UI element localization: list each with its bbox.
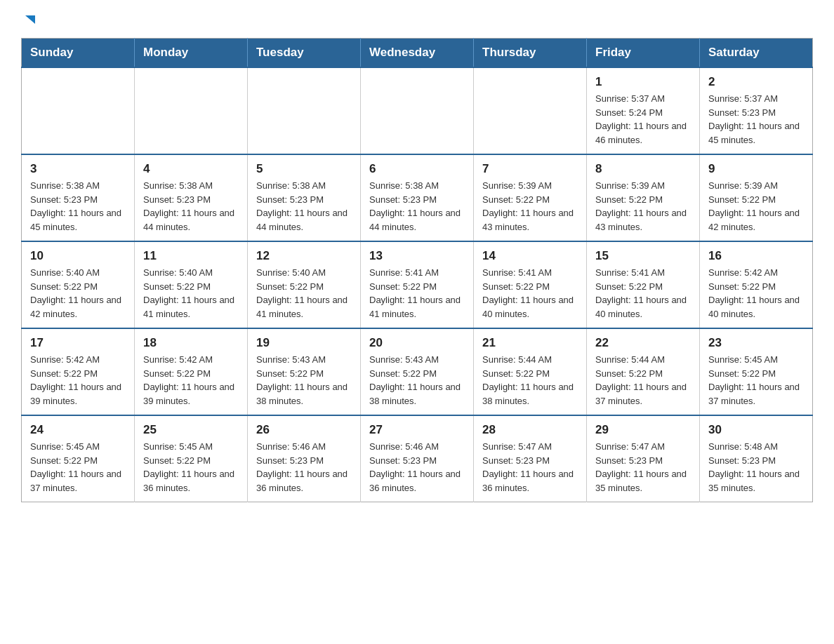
day-number: 21	[482, 336, 578, 350]
day-number: 8	[595, 162, 691, 176]
day-info: Sunrise: 5:46 AM Sunset: 5:23 PM Dayligh…	[369, 440, 465, 495]
logo	[21, 14, 38, 24]
day-info: Sunrise: 5:40 AM Sunset: 5:22 PM Dayligh…	[30, 266, 126, 321]
day-info: Sunrise: 5:39 AM Sunset: 5:22 PM Dayligh…	[482, 179, 578, 234]
day-number: 22	[595, 336, 691, 350]
calendar-cell: 19Sunrise: 5:43 AM Sunset: 5:22 PM Dayli…	[248, 328, 361, 415]
day-number: 15	[595, 249, 691, 263]
weekday-header-sunday: Sunday	[22, 39, 135, 68]
day-number: 19	[256, 336, 352, 350]
calendar-cell: 3Sunrise: 5:38 AM Sunset: 5:23 PM Daylig…	[22, 154, 135, 241]
calendar-week-row: 3Sunrise: 5:38 AM Sunset: 5:23 PM Daylig…	[22, 154, 813, 241]
calendar-cell: 30Sunrise: 5:48 AM Sunset: 5:23 PM Dayli…	[700, 415, 813, 502]
day-info: Sunrise: 5:43 AM Sunset: 5:22 PM Dayligh…	[256, 353, 352, 408]
calendar-cell: 27Sunrise: 5:46 AM Sunset: 5:23 PM Dayli…	[361, 415, 474, 502]
calendar-cell: 17Sunrise: 5:42 AM Sunset: 5:22 PM Dayli…	[22, 328, 135, 415]
calendar-cell: 13Sunrise: 5:41 AM Sunset: 5:22 PM Dayli…	[361, 241, 474, 328]
day-number: 24	[30, 423, 126, 437]
calendar-cell: 14Sunrise: 5:41 AM Sunset: 5:22 PM Dayli…	[474, 241, 587, 328]
day-number: 10	[30, 249, 126, 263]
day-number: 5	[256, 162, 352, 176]
day-info: Sunrise: 5:42 AM Sunset: 5:22 PM Dayligh…	[30, 353, 126, 408]
day-number: 12	[256, 249, 352, 263]
day-info: Sunrise: 5:39 AM Sunset: 5:22 PM Dayligh…	[595, 179, 691, 234]
calendar-week-row: 17Sunrise: 5:42 AM Sunset: 5:22 PM Dayli…	[22, 328, 813, 415]
calendar-cell: 22Sunrise: 5:44 AM Sunset: 5:22 PM Dayli…	[587, 328, 700, 415]
day-info: Sunrise: 5:45 AM Sunset: 5:22 PM Dayligh…	[708, 353, 804, 408]
day-info: Sunrise: 5:48 AM Sunset: 5:23 PM Dayligh…	[708, 440, 804, 495]
day-number: 2	[708, 75, 804, 89]
day-info: Sunrise: 5:38 AM Sunset: 5:23 PM Dayligh…	[143, 179, 239, 234]
day-info: Sunrise: 5:38 AM Sunset: 5:23 PM Dayligh…	[30, 179, 126, 234]
calendar-cell: 8Sunrise: 5:39 AM Sunset: 5:22 PM Daylig…	[587, 154, 700, 241]
day-number: 20	[369, 336, 465, 350]
day-info: Sunrise: 5:42 AM Sunset: 5:22 PM Dayligh…	[708, 266, 804, 321]
calendar-cell	[22, 67, 135, 154]
logo-general	[21, 14, 38, 28]
day-info: Sunrise: 5:39 AM Sunset: 5:22 PM Dayligh…	[708, 179, 804, 234]
calendar-cell: 28Sunrise: 5:47 AM Sunset: 5:23 PM Dayli…	[474, 415, 587, 502]
day-info: Sunrise: 5:37 AM Sunset: 5:23 PM Dayligh…	[708, 92, 804, 147]
day-number: 26	[256, 423, 352, 437]
calendar-cell: 24Sunrise: 5:45 AM Sunset: 5:22 PM Dayli…	[22, 415, 135, 502]
day-info: Sunrise: 5:37 AM Sunset: 5:24 PM Dayligh…	[595, 92, 691, 147]
calendar-cell: 9Sunrise: 5:39 AM Sunset: 5:22 PM Daylig…	[700, 154, 813, 241]
calendar-cell: 18Sunrise: 5:42 AM Sunset: 5:22 PM Dayli…	[135, 328, 248, 415]
day-info: Sunrise: 5:45 AM Sunset: 5:22 PM Dayligh…	[30, 440, 126, 495]
weekday-header-wednesday: Wednesday	[361, 39, 474, 68]
calendar-cell: 5Sunrise: 5:38 AM Sunset: 5:23 PM Daylig…	[248, 154, 361, 241]
calendar-cell: 1Sunrise: 5:37 AM Sunset: 5:24 PM Daylig…	[587, 67, 700, 154]
day-info: Sunrise: 5:47 AM Sunset: 5:23 PM Dayligh…	[482, 440, 578, 495]
day-info: Sunrise: 5:38 AM Sunset: 5:23 PM Dayligh…	[256, 179, 352, 234]
day-info: Sunrise: 5:46 AM Sunset: 5:23 PM Dayligh…	[256, 440, 352, 495]
day-number: 4	[143, 162, 239, 176]
day-info: Sunrise: 5:41 AM Sunset: 5:22 PM Dayligh…	[595, 266, 691, 321]
calendar-cell	[361, 67, 474, 154]
day-number: 9	[708, 162, 804, 176]
weekday-header-thursday: Thursday	[474, 39, 587, 68]
day-info: Sunrise: 5:38 AM Sunset: 5:23 PM Dayligh…	[369, 179, 465, 234]
day-info: Sunrise: 5:40 AM Sunset: 5:22 PM Dayligh…	[256, 266, 352, 321]
calendar-cell: 10Sunrise: 5:40 AM Sunset: 5:22 PM Dayli…	[22, 241, 135, 328]
day-number: 25	[143, 423, 239, 437]
weekday-header-tuesday: Tuesday	[248, 39, 361, 68]
weekday-header-friday: Friday	[587, 39, 700, 68]
calendar-cell: 12Sunrise: 5:40 AM Sunset: 5:22 PM Dayli…	[248, 241, 361, 328]
day-info: Sunrise: 5:41 AM Sunset: 5:22 PM Dayligh…	[482, 266, 578, 321]
calendar-week-row: 24Sunrise: 5:45 AM Sunset: 5:22 PM Dayli…	[22, 415, 813, 502]
calendar-cell: 15Sunrise: 5:41 AM Sunset: 5:22 PM Dayli…	[587, 241, 700, 328]
day-info: Sunrise: 5:41 AM Sunset: 5:22 PM Dayligh…	[369, 266, 465, 321]
day-number: 6	[369, 162, 465, 176]
svg-marker-0	[25, 15, 35, 24]
page-header	[21, 14, 813, 24]
day-number: 17	[30, 336, 126, 350]
calendar-cell: 2Sunrise: 5:37 AM Sunset: 5:23 PM Daylig…	[700, 67, 813, 154]
day-number: 13	[369, 249, 465, 263]
weekday-header-saturday: Saturday	[700, 39, 813, 68]
day-info: Sunrise: 5:42 AM Sunset: 5:22 PM Dayligh…	[143, 353, 239, 408]
day-number: 3	[30, 162, 126, 176]
calendar-cell	[135, 67, 248, 154]
day-number: 1	[595, 75, 691, 89]
day-number: 29	[595, 423, 691, 437]
weekday-header-monday: Monday	[135, 39, 248, 68]
calendar-table: SundayMondayTuesdayWednesdayThursdayFrid…	[21, 38, 813, 502]
calendar-cell: 26Sunrise: 5:46 AM Sunset: 5:23 PM Dayli…	[248, 415, 361, 502]
day-info: Sunrise: 5:40 AM Sunset: 5:22 PM Dayligh…	[143, 266, 239, 321]
calendar-cell: 7Sunrise: 5:39 AM Sunset: 5:22 PM Daylig…	[474, 154, 587, 241]
calendar-cell	[474, 67, 587, 154]
calendar-cell: 11Sunrise: 5:40 AM Sunset: 5:22 PM Dayli…	[135, 241, 248, 328]
calendar-cell: 29Sunrise: 5:47 AM Sunset: 5:23 PM Dayli…	[587, 415, 700, 502]
day-number: 16	[708, 249, 804, 263]
calendar-cell: 16Sunrise: 5:42 AM Sunset: 5:22 PM Dayli…	[700, 241, 813, 328]
day-info: Sunrise: 5:44 AM Sunset: 5:22 PM Dayligh…	[595, 353, 691, 408]
day-number: 14	[482, 249, 578, 263]
day-number: 23	[708, 336, 804, 350]
day-info: Sunrise: 5:47 AM Sunset: 5:23 PM Dayligh…	[595, 440, 691, 495]
calendar-week-row: 1Sunrise: 5:37 AM Sunset: 5:24 PM Daylig…	[22, 67, 813, 154]
weekday-header-row: SundayMondayTuesdayWednesdayThursdayFrid…	[22, 39, 813, 68]
day-info: Sunrise: 5:44 AM Sunset: 5:22 PM Dayligh…	[482, 353, 578, 408]
calendar-cell	[248, 67, 361, 154]
calendar-cell: 25Sunrise: 5:45 AM Sunset: 5:22 PM Dayli…	[135, 415, 248, 502]
day-info: Sunrise: 5:43 AM Sunset: 5:22 PM Dayligh…	[369, 353, 465, 408]
